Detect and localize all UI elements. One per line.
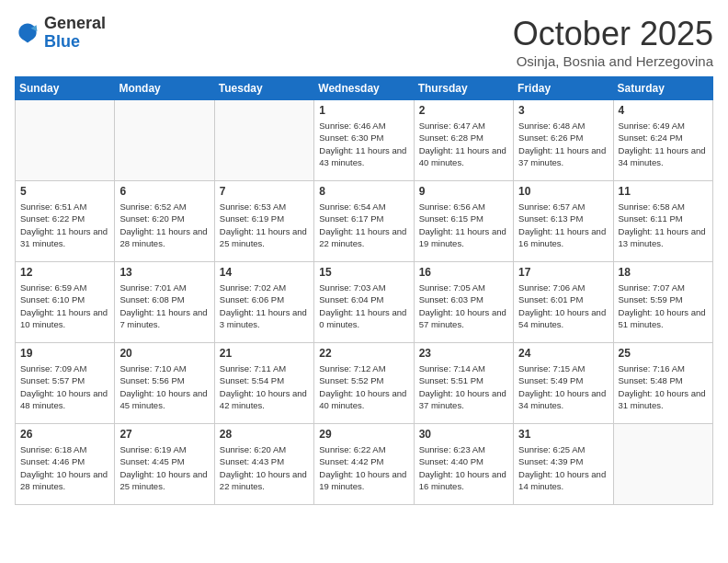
calendar-cell: 22Sunrise: 7:12 AM Sunset: 5:52 PM Dayli… xyxy=(314,343,414,424)
day-number: 14 xyxy=(220,266,309,279)
calendar-cell: 1Sunrise: 6:46 AM Sunset: 6:30 PM Daylig… xyxy=(314,100,414,181)
day-info: Sunrise: 7:01 AM Sunset: 6:08 PM Dayligh… xyxy=(119,282,209,330)
day-info: Sunrise: 7:10 AM Sunset: 5:56 PM Dayligh… xyxy=(119,362,209,411)
calendar-cell: 29Sunrise: 6:22 AM Sunset: 4:42 PM Dayli… xyxy=(314,424,414,505)
day-number: 16 xyxy=(419,266,508,279)
day-number: 21 xyxy=(220,347,309,360)
page-header: General Blue October 2025 Osinja, Bosnia… xyxy=(15,15,713,69)
weekday-header: Saturday xyxy=(613,77,712,100)
day-info: Sunrise: 7:11 AM Sunset: 5:54 PM Dayligh… xyxy=(220,362,309,411)
day-number: 17 xyxy=(518,266,608,279)
day-number: 9 xyxy=(419,185,508,198)
day-number: 4 xyxy=(619,104,708,117)
day-number: 13 xyxy=(119,266,209,279)
weekday-header-row: SundayMondayTuesdayWednesdayThursdayFrid… xyxy=(16,77,713,100)
day-info: Sunrise: 7:06 AM Sunset: 6:01 PM Dayligh… xyxy=(518,282,608,330)
day-number: 27 xyxy=(119,428,209,441)
calendar-cell xyxy=(16,100,115,181)
calendar-cell xyxy=(115,100,214,181)
day-number: 30 xyxy=(419,428,508,441)
calendar-cell: 26Sunrise: 6:18 AM Sunset: 4:46 PM Dayli… xyxy=(16,424,115,505)
day-info: Sunrise: 6:49 AM Sunset: 6:24 PM Dayligh… xyxy=(619,120,708,168)
month-title: October 2025 xyxy=(513,15,713,53)
day-info: Sunrise: 6:53 AM Sunset: 6:19 PM Dayligh… xyxy=(220,201,309,249)
day-info: Sunrise: 7:07 AM Sunset: 5:59 PM Dayligh… xyxy=(619,282,708,330)
day-info: Sunrise: 7:15 AM Sunset: 5:49 PM Dayligh… xyxy=(518,362,608,411)
calendar-cell: 16Sunrise: 7:05 AM Sunset: 6:03 PM Dayli… xyxy=(414,262,513,343)
day-info: Sunrise: 6:52 AM Sunset: 6:20 PM Dayligh… xyxy=(119,201,209,249)
calendar-cell: 3Sunrise: 6:48 AM Sunset: 6:26 PM Daylig… xyxy=(514,100,613,181)
calendar-cell xyxy=(214,100,313,181)
day-info: Sunrise: 6:23 AM Sunset: 4:40 PM Dayligh… xyxy=(419,443,508,492)
calendar-cell: 12Sunrise: 6:59 AM Sunset: 6:10 PM Dayli… xyxy=(16,262,115,343)
day-info: Sunrise: 6:20 AM Sunset: 4:43 PM Dayligh… xyxy=(220,443,309,492)
calendar-cell: 2Sunrise: 6:47 AM Sunset: 6:28 PM Daylig… xyxy=(414,100,513,181)
calendar-cell: 27Sunrise: 6:19 AM Sunset: 4:45 PM Dayli… xyxy=(115,424,214,505)
day-number: 12 xyxy=(20,266,109,279)
calendar-cell: 9Sunrise: 6:56 AM Sunset: 6:15 PM Daylig… xyxy=(414,181,513,262)
logo-icon xyxy=(15,20,40,46)
day-number: 6 xyxy=(119,185,209,198)
week-row: 5Sunrise: 6:51 AM Sunset: 6:22 PM Daylig… xyxy=(16,181,713,262)
weekday-header: Friday xyxy=(514,77,613,100)
calendar-cell: 28Sunrise: 6:20 AM Sunset: 4:43 PM Dayli… xyxy=(214,424,313,505)
calendar-cell xyxy=(613,424,712,505)
calendar-cell: 18Sunrise: 7:07 AM Sunset: 5:59 PM Dayli… xyxy=(613,262,712,343)
weekday-header: Monday xyxy=(115,77,214,100)
calendar-cell: 21Sunrise: 7:11 AM Sunset: 5:54 PM Dayli… xyxy=(214,343,313,424)
weekday-header: Wednesday xyxy=(314,77,414,100)
week-row: 1Sunrise: 6:46 AM Sunset: 6:30 PM Daylig… xyxy=(16,100,713,181)
day-info: Sunrise: 6:25 AM Sunset: 4:39 PM Dayligh… xyxy=(518,443,608,492)
day-info: Sunrise: 7:02 AM Sunset: 6:06 PM Dayligh… xyxy=(220,282,309,330)
day-info: Sunrise: 7:14 AM Sunset: 5:51 PM Dayligh… xyxy=(419,362,508,411)
logo-general-text: General xyxy=(44,14,106,32)
logo: General Blue xyxy=(15,15,106,52)
day-info: Sunrise: 6:19 AM Sunset: 4:45 PM Dayligh… xyxy=(119,443,209,492)
calendar-cell: 5Sunrise: 6:51 AM Sunset: 6:22 PM Daylig… xyxy=(16,181,115,262)
day-info: Sunrise: 6:57 AM Sunset: 6:13 PM Dayligh… xyxy=(518,201,608,249)
day-number: 10 xyxy=(518,185,608,198)
day-info: Sunrise: 6:58 AM Sunset: 6:11 PM Dayligh… xyxy=(619,201,708,249)
calendar-cell: 31Sunrise: 6:25 AM Sunset: 4:39 PM Dayli… xyxy=(514,424,613,505)
day-number: 5 xyxy=(20,185,109,198)
day-number: 2 xyxy=(419,104,508,117)
day-number: 29 xyxy=(319,428,408,441)
day-number: 8 xyxy=(319,185,408,198)
calendar-cell: 6Sunrise: 6:52 AM Sunset: 6:20 PM Daylig… xyxy=(115,181,214,262)
day-info: Sunrise: 6:47 AM Sunset: 6:28 PM Dayligh… xyxy=(419,120,508,168)
weekday-header: Tuesday xyxy=(214,77,313,100)
day-number: 25 xyxy=(619,347,708,360)
calendar-cell: 17Sunrise: 7:06 AM Sunset: 6:01 PM Dayli… xyxy=(514,262,613,343)
weekday-header: Sunday xyxy=(16,77,115,100)
day-info: Sunrise: 7:12 AM Sunset: 5:52 PM Dayligh… xyxy=(319,362,408,411)
day-info: Sunrise: 6:48 AM Sunset: 6:26 PM Dayligh… xyxy=(518,120,608,168)
day-number: 31 xyxy=(518,428,608,441)
calendar-cell: 10Sunrise: 6:57 AM Sunset: 6:13 PM Dayli… xyxy=(514,181,613,262)
calendar-cell: 4Sunrise: 6:49 AM Sunset: 6:24 PM Daylig… xyxy=(613,100,712,181)
title-block: October 2025 Osinja, Bosnia and Herzegov… xyxy=(513,15,713,69)
calendar-cell: 14Sunrise: 7:02 AM Sunset: 6:06 PM Dayli… xyxy=(214,262,313,343)
weekday-header: Thursday xyxy=(414,77,513,100)
day-number: 22 xyxy=(319,347,408,360)
calendar-cell: 7Sunrise: 6:53 AM Sunset: 6:19 PM Daylig… xyxy=(214,181,313,262)
week-row: 26Sunrise: 6:18 AM Sunset: 4:46 PM Dayli… xyxy=(16,424,713,505)
calendar-cell: 19Sunrise: 7:09 AM Sunset: 5:57 PM Dayli… xyxy=(16,343,115,424)
day-number: 24 xyxy=(518,347,608,360)
day-info: Sunrise: 6:54 AM Sunset: 6:17 PM Dayligh… xyxy=(319,201,408,249)
day-info: Sunrise: 6:51 AM Sunset: 6:22 PM Dayligh… xyxy=(20,201,109,249)
calendar-cell: 30Sunrise: 6:23 AM Sunset: 4:40 PM Dayli… xyxy=(414,424,513,505)
calendar-table: SundayMondayTuesdayWednesdayThursdayFrid… xyxy=(15,76,713,505)
day-info: Sunrise: 6:46 AM Sunset: 6:30 PM Dayligh… xyxy=(319,120,408,168)
location-text: Osinja, Bosnia and Herzegovina xyxy=(513,53,713,69)
day-number: 19 xyxy=(20,347,109,360)
calendar-cell: 25Sunrise: 7:16 AM Sunset: 5:48 PM Dayli… xyxy=(613,343,712,424)
day-info: Sunrise: 6:56 AM Sunset: 6:15 PM Dayligh… xyxy=(419,201,508,249)
week-row: 19Sunrise: 7:09 AM Sunset: 5:57 PM Dayli… xyxy=(16,343,713,424)
day-info: Sunrise: 7:09 AM Sunset: 5:57 PM Dayligh… xyxy=(20,362,109,411)
day-number: 23 xyxy=(419,347,508,360)
day-info: Sunrise: 6:18 AM Sunset: 4:46 PM Dayligh… xyxy=(20,443,109,492)
calendar-cell: 20Sunrise: 7:10 AM Sunset: 5:56 PM Dayli… xyxy=(115,343,214,424)
day-info: Sunrise: 7:05 AM Sunset: 6:03 PM Dayligh… xyxy=(419,282,508,330)
day-info: Sunrise: 6:59 AM Sunset: 6:10 PM Dayligh… xyxy=(20,282,109,330)
calendar-cell: 23Sunrise: 7:14 AM Sunset: 5:51 PM Dayli… xyxy=(414,343,513,424)
